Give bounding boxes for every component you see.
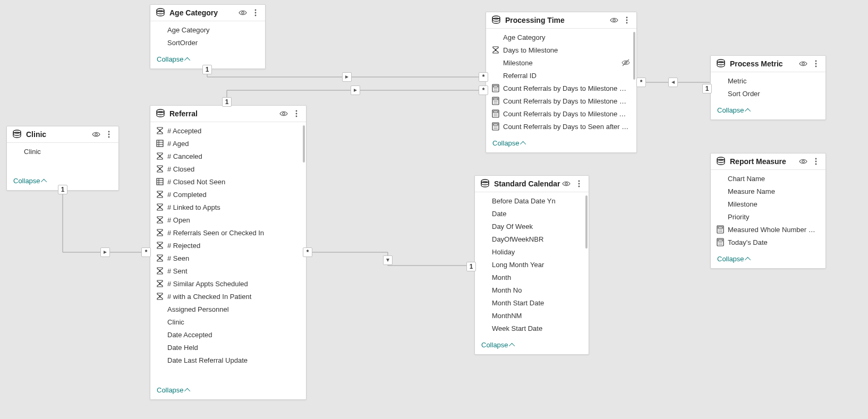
field-label: Date Accepted xyxy=(167,331,300,339)
field-label: Holiday xyxy=(492,248,582,256)
field-row[interactable]: Sort Order xyxy=(711,87,826,100)
field-row[interactable]: Milestone xyxy=(486,56,636,69)
visibility-icon[interactable] xyxy=(239,8,247,17)
field-row[interactable]: MonthNM xyxy=(475,309,589,322)
field-label: Clinic xyxy=(167,318,300,326)
table-referral[interactable]: Referral # Accepted# Aged# Canceled# Clo… xyxy=(150,105,307,400)
collapse-button[interactable]: Collapse xyxy=(711,102,826,119)
sigma-icon xyxy=(156,267,164,275)
more-options-icon[interactable] xyxy=(292,109,301,118)
table-process-metric[interactable]: Process Metric Metric Sort Order Collaps… xyxy=(710,55,826,120)
field-row[interactable]: Month Start Date xyxy=(475,296,589,309)
field-row[interactable]: Month xyxy=(475,271,589,284)
table-header[interactable]: Standard Calendar xyxy=(475,176,589,192)
field-row[interactable]: Chart Name xyxy=(711,172,826,185)
database-icon xyxy=(480,179,490,189)
field-row[interactable]: Month No xyxy=(475,284,589,296)
field-row[interactable]: SortOrder xyxy=(150,36,265,49)
collapse-button[interactable]: Collapse xyxy=(150,382,306,399)
field-row[interactable]: # Referrals Seen or Checked In xyxy=(150,226,306,239)
more-options-icon[interactable] xyxy=(812,59,820,68)
field-row[interactable]: Date Last Referral Update xyxy=(150,354,306,366)
table-header[interactable]: Age Category xyxy=(150,5,265,21)
field-row[interactable]: # Similar Appts Scheduled xyxy=(150,277,306,290)
table-processing-time[interactable]: Processing Time Age CategoryDays to Mile… xyxy=(486,12,637,153)
field-row[interactable]: Count Referrals by Days to Milestone aft… xyxy=(486,95,636,107)
table-age-category[interactable]: Age Category Age Category SortOrder Coll… xyxy=(150,4,266,69)
field-row[interactable]: Clinic xyxy=(7,145,118,158)
collapse-button[interactable]: Collapse xyxy=(475,337,589,354)
field-row[interactable]: Age Category xyxy=(486,31,636,44)
field-row[interactable]: # Completed xyxy=(150,188,306,201)
field-row[interactable]: # Accepted xyxy=(150,124,306,137)
field-row[interactable]: Today's Date xyxy=(711,236,826,249)
field-row[interactable]: # Closed xyxy=(150,163,306,175)
table-report-measure[interactable]: Report Measure Chart NameMeasure NameMil… xyxy=(710,153,826,269)
field-row[interactable]: # with a Checked In Patient xyxy=(150,290,306,303)
more-options-icon[interactable] xyxy=(812,157,820,166)
visibility-icon[interactable] xyxy=(799,157,807,166)
table-header[interactable]: Clinic xyxy=(7,126,118,143)
field-row[interactable]: Date xyxy=(475,207,589,220)
calc-icon xyxy=(716,225,725,234)
field-row[interactable]: # Open xyxy=(150,213,306,226)
more-options-icon[interactable] xyxy=(575,179,583,188)
field-row[interactable]: # Seen xyxy=(150,252,306,264)
more-options-icon[interactable] xyxy=(623,16,631,24)
field-label: # Open xyxy=(167,216,300,224)
field-label: # Canceled xyxy=(167,152,300,160)
field-row[interactable]: # Closed Not Seen xyxy=(150,175,306,188)
table-header[interactable]: Report Measure xyxy=(711,153,826,170)
field-row[interactable]: Measured Whole Number Value xyxy=(711,223,826,236)
table-header[interactable]: Referral xyxy=(150,106,306,122)
field-label: Count Referrals by Days to Seen after 90… xyxy=(503,123,630,131)
scrollbar[interactable] xyxy=(303,125,305,163)
field-row[interactable]: Metric xyxy=(711,74,826,87)
field-row[interactable]: Count Referrals by Days to Seen after 90… xyxy=(486,120,636,133)
field-label: DayOfWeekNBR xyxy=(492,235,582,243)
more-options-icon[interactable] xyxy=(251,8,260,17)
field-row[interactable]: # Linked to Appts xyxy=(150,201,306,213)
field-row[interactable]: Referral ID xyxy=(486,69,636,82)
hidden-icon[interactable] xyxy=(622,58,630,67)
field-row[interactable]: Holiday xyxy=(475,245,589,258)
field-row[interactable]: Week Start Date xyxy=(475,322,589,335)
field-row[interactable]: Count Referrals by Days to Milestone All… xyxy=(486,107,636,120)
sigma-icon xyxy=(491,46,500,54)
field-row[interactable]: # Aged xyxy=(150,137,306,150)
table-standard-calendar[interactable]: Standard Calendar Before Data Date YnDat… xyxy=(474,175,589,355)
field-row[interactable]: Clinic xyxy=(150,315,306,328)
visibility-icon[interactable] xyxy=(799,59,807,68)
field-row[interactable]: Long Month Year xyxy=(475,258,589,271)
field-row[interactable]: Days to Milestone xyxy=(486,44,636,56)
field-row[interactable]: DayOfWeekNBR xyxy=(475,233,589,245)
field-row[interactable]: # Rejected xyxy=(150,239,306,252)
field-row[interactable]: Before Data Date Yn xyxy=(475,194,589,207)
field-row[interactable]: Date Held xyxy=(150,341,306,354)
table-header[interactable]: Process Metric xyxy=(711,56,826,72)
field-row[interactable]: Assigned Personnel xyxy=(150,303,306,315)
field-row[interactable]: Day Of Week xyxy=(475,220,589,233)
visibility-icon[interactable] xyxy=(562,179,571,188)
scrollbar[interactable] xyxy=(585,195,588,249)
field-row[interactable]: Age Category xyxy=(150,23,265,36)
visibility-icon[interactable] xyxy=(92,130,100,139)
collapse-button[interactable]: Collapse xyxy=(486,135,636,152)
field-row[interactable]: Count Referrals by Days to Milestone aft… xyxy=(486,82,636,95)
relationship-arrow-icon xyxy=(668,78,678,87)
visibility-icon[interactable] xyxy=(279,109,288,118)
visibility-icon[interactable] xyxy=(610,16,618,24)
cardinality-many: * xyxy=(141,247,151,257)
collapse-button[interactable]: Collapse xyxy=(711,251,826,268)
scrollbar[interactable] xyxy=(633,32,635,80)
table-clinic[interactable]: Clinic Clinic . Collapse xyxy=(6,126,119,191)
field-row[interactable]: Date Accepted xyxy=(150,328,306,341)
more-options-icon[interactable] xyxy=(105,130,113,139)
field-row[interactable]: # Sent xyxy=(150,264,306,277)
field-row[interactable]: Priority xyxy=(711,210,826,223)
field-row[interactable]: Measure Name xyxy=(711,185,826,198)
field-row[interactable]: Milestone xyxy=(711,198,826,210)
field-row[interactable]: # Canceled xyxy=(150,150,306,163)
field-label: Week Start Date xyxy=(492,324,582,332)
table-header[interactable]: Processing Time xyxy=(486,12,636,29)
